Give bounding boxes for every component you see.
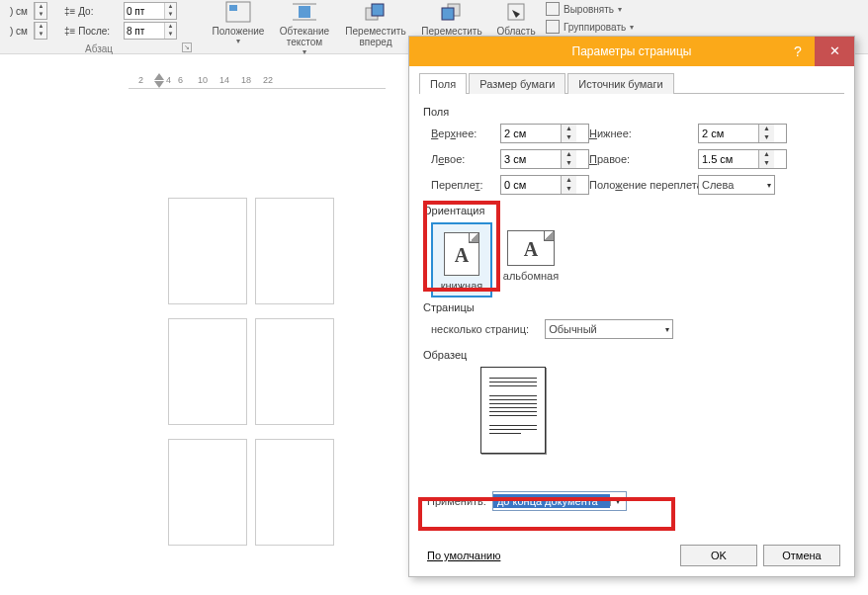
indent-right-stepper[interactable]: ▲▼: [34, 22, 47, 40]
margin-right-input[interactable]: ▲▼: [698, 149, 787, 169]
align-icon: [546, 2, 560, 16]
tab-paper-source[interactable]: Источник бумаги: [567, 73, 673, 94]
highlight-orientation: [423, 201, 500, 292]
space-before-input[interactable]: ▲▼: [124, 2, 177, 20]
help-button[interactable]: ?: [781, 37, 815, 66]
space-after-label: ‡≡ После:: [64, 26, 120, 37]
gutter-position-select[interactable]: Слева▾: [698, 175, 775, 195]
margin-left-label: Левое:: [431, 153, 500, 165]
selection-pane-button[interactable]: Область: [488, 0, 544, 37]
sample-label: Образец: [423, 349, 840, 361]
multiple-pages-select[interactable]: Обычный▾: [545, 319, 673, 339]
svg-rect-1: [229, 5, 237, 11]
margin-bottom-input[interactable]: ▲▼: [698, 124, 787, 143]
indent-left-val: ) см: [0, 6, 30, 17]
cancel-button[interactable]: Отмена: [763, 545, 840, 566]
svg-rect-8: [442, 8, 454, 20]
paragraph-group-label: Абзац↘: [0, 43, 198, 54]
dialog-titlebar[interactable]: Параметры страницы ? ✕: [409, 37, 854, 66]
dialog-launcher-icon[interactable]: ↘: [182, 42, 192, 52]
ok-button[interactable]: OK: [680, 545, 757, 566]
indent-left-stepper[interactable]: ▲▼: [34, 2, 47, 20]
group-icon: [546, 20, 560, 34]
dialog-title: Параметры страницы: [572, 44, 692, 58]
space-before-label: ‡≡ До:: [64, 6, 120, 17]
gutter-label: Переплет:: [431, 179, 500, 191]
highlight-apply: [418, 497, 675, 531]
margin-bottom-label: Нижнее:: [589, 128, 698, 139]
set-default-button[interactable]: По умолчанию: [423, 548, 504, 563]
wrap-text-button[interactable]: Обтекание текстом▾: [275, 0, 334, 56]
page-thumb[interactable]: [168, 318, 247, 425]
pages-section-label: Страницы: [423, 301, 840, 313]
page-setup-dialog: Параметры страницы ? ✕ Поля Размер бумаг…: [408, 36, 855, 577]
page-thumb[interactable]: [255, 439, 334, 546]
svg-rect-6: [372, 4, 384, 16]
orientation-landscape[interactable]: A альбомная: [500, 222, 562, 282]
indent-right-val: ) см: [0, 26, 30, 37]
space-after-input[interactable]: ▲▼: [124, 22, 177, 40]
page-thumb[interactable]: [255, 318, 334, 425]
margin-left-input[interactable]: ▲▼: [500, 149, 589, 169]
tab-paper-size[interactable]: Размер бумаги: [469, 73, 565, 94]
horizontal-ruler[interactable]: 2 4 6 10 14 18 22: [129, 73, 386, 89]
margin-top-label: Верхнее:: [431, 128, 500, 139]
gutter-input[interactable]: ▲▼: [500, 175, 589, 195]
page-thumb[interactable]: [168, 198, 247, 304]
page-thumb[interactable]: [168, 439, 247, 546]
group-button[interactable]: Группировать ▾: [546, 18, 664, 36]
page-thumb[interactable]: [255, 198, 334, 304]
paragraph-group: ) см ▲▼ ) см ▲▼ ‡≡ До: ▲▼ ‡≡ После: ▲▼ А…: [0, 0, 198, 54]
position-button[interactable]: Положение▾: [204, 0, 273, 45]
multiple-pages-label: несколько страниц:: [431, 323, 529, 335]
dialog-tabs: Поля Размер бумаги Источник бумаги: [419, 72, 844, 94]
bring-forward-button[interactable]: Переместить вперед: [336, 0, 415, 47]
landscape-icon: A: [507, 230, 555, 266]
margin-right-label: Правое:: [589, 153, 698, 165]
close-button[interactable]: ✕: [815, 37, 854, 66]
align-button[interactable]: Выровнять ▾: [546, 0, 664, 18]
margin-top-input[interactable]: ▲▼: [500, 124, 589, 143]
svg-rect-2: [299, 6, 310, 18]
gutter-position-label: Положение переплета:: [589, 179, 698, 191]
margins-section-label: Поля: [423, 106, 840, 118]
sample-preview: [431, 367, 840, 454]
tab-fields[interactable]: Поля: [419, 73, 467, 94]
